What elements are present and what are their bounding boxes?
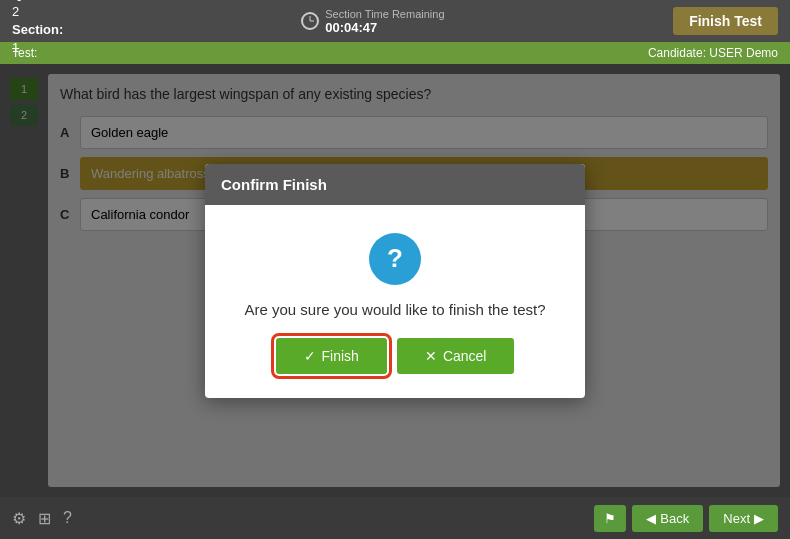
- footer: ⚙ ⊞ ? ⚑ ◀ Back Next ▶: [0, 497, 790, 539]
- back-button[interactable]: ◀ Back: [632, 505, 703, 532]
- modal-buttons: ✓ Finish ✕ Cancel: [225, 338, 565, 374]
- footer-right: ⚑ ◀ Back Next ▶: [594, 505, 778, 532]
- modal-question-icon: ?: [369, 233, 421, 285]
- sub-header: Test: Candidate: USER Demo: [0, 42, 790, 64]
- flag-button[interactable]: ⚑: [594, 505, 626, 532]
- checkmark-icon: ✓: [304, 348, 316, 364]
- help-icon[interactable]: ?: [63, 509, 72, 527]
- modal-body: ? Are you sure you would like to finish …: [205, 205, 585, 398]
- finish-test-button[interactable]: Finish Test: [673, 7, 778, 35]
- confirm-finish-modal: Confirm Finish ? Are you sure you would …: [205, 164, 585, 398]
- main-content: 1 2 What bird has the largest wingspan o…: [0, 64, 790, 497]
- modal-header: Confirm Finish: [205, 164, 585, 205]
- question-info: Question: 2: [12, 0, 73, 21]
- test-label: Test:: [12, 46, 37, 60]
- x-icon: ✕: [425, 348, 437, 364]
- back-arrow-icon: ◀: [646, 511, 656, 526]
- next-arrow-icon: ▶: [754, 511, 764, 526]
- candidate-info: Candidate: USER Demo: [648, 46, 778, 60]
- modal-message: Are you sure you would like to finish th…: [225, 301, 565, 318]
- modal-title: Confirm Finish: [221, 176, 327, 193]
- clock-icon: [301, 12, 319, 30]
- footer-left: ⚙ ⊞ ?: [12, 509, 72, 528]
- settings-icon[interactable]: ⚙: [12, 509, 26, 528]
- confirm-finish-button[interactable]: ✓ Finish: [276, 338, 387, 374]
- timer-area: Section Time Remaining 00:04:47: [301, 8, 444, 35]
- timer-info: Section Time Remaining 00:04:47: [325, 8, 444, 35]
- modal-overlay: Confirm Finish ? Are you sure you would …: [0, 64, 790, 497]
- next-button[interactable]: Next ▶: [709, 505, 778, 532]
- header: Question: 2 Section: 1 Section Time Rema…: [0, 0, 790, 42]
- grid-icon[interactable]: ⊞: [38, 509, 51, 528]
- cancel-finish-button[interactable]: ✕ Cancel: [397, 338, 515, 374]
